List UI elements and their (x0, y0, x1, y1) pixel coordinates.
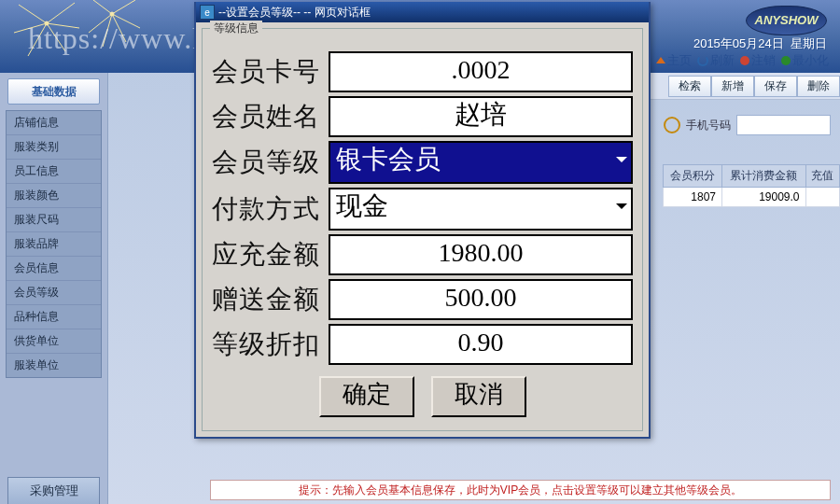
hint-bar: 提示：先输入会员基本信息保存，此时为VIP会员，点击设置等级可以建立其他等级会员… (210, 480, 831, 500)
sidebar-item-shop[interactable]: 店铺信息 (7, 111, 101, 135)
sidebar-section-basic-data[interactable]: 基础数据 (7, 78, 100, 105)
table-row[interactable]: 1807 19009.0 (664, 188, 840, 207)
member-summary-table: 会员积分 累计消费金额 充值 1807 19009.0 (663, 164, 840, 207)
sidebar-item-member[interactable]: 会员信息 (7, 257, 101, 281)
sidebar-item-staff[interactable]: 员工信息 (7, 160, 101, 184)
set-member-level-dialog: e --设置会员等级-- -- 网页对话框 等级信息 会员卡号 .0002 会员… (194, 2, 651, 439)
svg-line-9 (112, 0, 135, 14)
sidebar-list: 店铺信息 服装类别 员工信息 服装颜色 服装尺码 服装品牌 会员信息 会员等级 … (6, 110, 102, 378)
nav-logout[interactable]: 注销 (738, 52, 777, 69)
toolbar-save-button[interactable]: 保存 (754, 76, 797, 97)
phone-icon (664, 117, 680, 133)
label-name: 会员姓名 (212, 99, 329, 134)
header-nav: 主页 刷新 注销 最小化 (654, 52, 831, 69)
logout-icon (740, 56, 749, 65)
anyshow-logo: ANYSHOW (746, 6, 827, 35)
phone-search: 手机号码 (664, 99, 840, 151)
toolbar-delete-button[interactable]: 删除 (797, 76, 840, 97)
sidebar-item-supplier[interactable]: 供货单位 (7, 329, 101, 354)
th-consume: 累计消费金额 (722, 165, 806, 188)
sidebar-item-brand[interactable]: 服装品牌 (7, 232, 101, 257)
field-discount[interactable]: 0.90 (329, 324, 633, 365)
phone-label: 手机号码 (686, 118, 731, 133)
refresh-icon (697, 55, 708, 66)
field-amount[interactable]: 1980.00 (329, 234, 633, 275)
label-level: 会员等级 (212, 145, 329, 180)
dialog-titlebar[interactable]: e --设置会员等级-- -- 网页对话框 (196, 2, 649, 22)
cancel-button[interactable]: 取消 (431, 376, 526, 417)
home-icon (656, 52, 665, 63)
nav-minimize[interactable]: 最小化 (779, 52, 831, 69)
th-recharge: 充值 (805, 165, 839, 188)
label-card-no: 会员卡号 (212, 54, 329, 90)
dialog-title: --设置会员等级-- -- 网页对话框 (218, 5, 371, 21)
field-bonus[interactable]: 500.00 (329, 279, 633, 320)
nav-refresh[interactable]: 刷新 (695, 52, 736, 69)
label-amount: 应充金额 (212, 237, 329, 273)
toolbar-search-button[interactable]: 检索 (668, 76, 711, 97)
sidebar-module-purchase[interactable]: 采购管理 (7, 477, 100, 504)
sidebar-item-unit[interactable]: 服装单位 (7, 354, 101, 377)
th-points: 会员积分 (664, 165, 722, 188)
date-display: 2015年05月24日 星期日 (693, 35, 827, 52)
sidebar-item-size[interactable]: 服装尺码 (7, 208, 101, 232)
minimize-icon (781, 56, 791, 65)
select-level[interactable]: 银卡会员 (329, 141, 633, 184)
window-icon: e (200, 5, 215, 20)
field-name[interactable]: 赵培 (329, 96, 633, 137)
chevron-down-icon (616, 203, 627, 215)
ok-button[interactable]: 确定 (319, 376, 414, 417)
svg-line-8 (93, 0, 112, 14)
select-pay[interactable]: 现金 (329, 188, 633, 231)
chevron-down-icon (616, 157, 627, 168)
sidebar-item-product[interactable]: 品种信息 (7, 305, 101, 329)
sidebar-item-category[interactable]: 服装类别 (7, 135, 101, 160)
group-legend: 等级信息 (210, 21, 262, 36)
level-info-group: 等级信息 会员卡号 .0002 会员姓名 赵培 会员等级 银卡会员 付款方式 现… (202, 28, 643, 431)
phone-input[interactable] (736, 115, 831, 135)
svg-line-2 (47, 3, 75, 23)
nav-home[interactable]: 主页 (654, 52, 693, 69)
svg-line-1 (19, 5, 47, 23)
sidebar-item-color[interactable]: 服装颜色 (7, 184, 101, 208)
toolbar-add-button[interactable]: 新增 (711, 76, 754, 97)
sidebar: 基础数据 店铺信息 服装类别 员工信息 服装颜色 服装尺码 服装品牌 会员信息 … (0, 73, 108, 504)
label-pay: 付款方式 (212, 191, 329, 227)
sidebar-item-member-level[interactable]: 会员等级 (7, 281, 101, 305)
label-bonus: 赠送金额 (212, 282, 329, 317)
field-card-no[interactable]: .0002 (329, 51, 633, 92)
label-discount: 等级折扣 (212, 327, 329, 362)
